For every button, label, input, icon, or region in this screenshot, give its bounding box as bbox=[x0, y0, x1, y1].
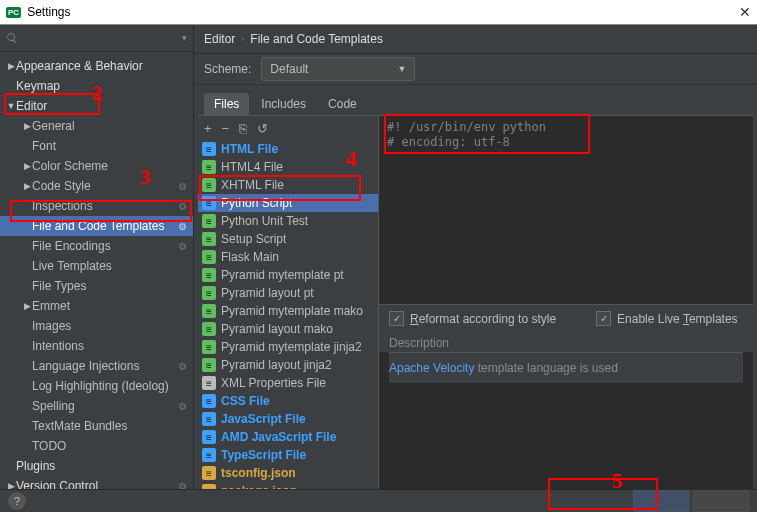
tree-item-todo[interactable]: TODO bbox=[0, 436, 193, 456]
template-name: XHTML File bbox=[221, 178, 284, 192]
template-item[interactable]: ≡XML Properties File bbox=[198, 374, 378, 392]
tree-arrow-icon: ▶ bbox=[6, 61, 16, 71]
template-item[interactable]: ≡HTML4 File bbox=[198, 158, 378, 176]
template-item[interactable]: ≡tsconfig.json bbox=[198, 464, 378, 482]
description-text: Apache Velocity template language is use… bbox=[389, 352, 743, 383]
tree-arrow-icon: ▶ bbox=[22, 181, 32, 191]
tab-includes[interactable]: Includes bbox=[251, 93, 316, 115]
tree-item-images[interactable]: Images bbox=[0, 316, 193, 336]
file-icon: ≡ bbox=[202, 214, 216, 228]
enable-live-templates-checkbox[interactable]: ✓ Enable Live Templates bbox=[596, 311, 738, 326]
file-icon: ≡ bbox=[202, 142, 216, 156]
tree-item-keymap[interactable]: Keymap bbox=[0, 76, 193, 96]
file-icon: ≡ bbox=[202, 232, 216, 246]
tree-item-file-encodings[interactable]: File Encodings⚙ bbox=[0, 236, 193, 256]
help-button[interactable]: ? bbox=[8, 492, 26, 510]
reformat-checkbox[interactable]: ✓ Reformat according to style bbox=[389, 311, 556, 326]
template-item[interactable]: ≡Pyramid mytemplate pt bbox=[198, 266, 378, 284]
window-title: Settings bbox=[27, 5, 70, 19]
tree-item-label: Emmet bbox=[32, 299, 187, 313]
tab-files[interactable]: Files bbox=[204, 93, 249, 115]
breadcrumb: Editor › File and Code Templates bbox=[194, 25, 757, 54]
cancel-button[interactable] bbox=[693, 490, 749, 512]
tree-item-live-templates[interactable]: Live Templates bbox=[0, 256, 193, 276]
file-icon: ≡ bbox=[202, 466, 216, 480]
file-icon: ≡ bbox=[202, 484, 216, 489]
template-name: JavaScript File bbox=[221, 412, 306, 426]
template-item[interactable]: ≡Pyramid mytemplate jinja2 bbox=[198, 338, 378, 356]
tree-item-general[interactable]: ▶General bbox=[0, 116, 193, 136]
file-icon: ≡ bbox=[202, 376, 216, 390]
template-item[interactable]: ≡package.json bbox=[198, 482, 378, 489]
tree-item-plugins[interactable]: Plugins bbox=[0, 456, 193, 476]
file-icon: ≡ bbox=[202, 160, 216, 174]
tree-item-code-style[interactable]: ▶Code Style⚙ bbox=[0, 176, 193, 196]
template-item[interactable]: ≡CSS File bbox=[198, 392, 378, 410]
tree-item-label: File Types bbox=[32, 279, 187, 293]
template-item[interactable]: ≡TypeScript File bbox=[198, 446, 378, 464]
tree-item-editor[interactable]: ▼Editor bbox=[0, 96, 193, 116]
gear-icon: ⚙ bbox=[178, 361, 187, 372]
search-input[interactable]: ▾ bbox=[0, 25, 193, 52]
template-name: AMD JavaScript File bbox=[221, 430, 336, 444]
template-item[interactable]: ≡AMD JavaScript File bbox=[198, 428, 378, 446]
template-item[interactable]: ≡Setup Script bbox=[198, 230, 378, 248]
tree-item-label: File and Code Templates bbox=[32, 219, 178, 233]
template-editor[interactable]: #! /usr/bin/env python # encoding: utf-8 bbox=[379, 116, 753, 304]
template-item[interactable]: ≡Flask Main bbox=[198, 248, 378, 266]
tab-code[interactable]: Code bbox=[318, 93, 367, 115]
tree-item-label: Intentions bbox=[32, 339, 187, 353]
tree-item-inspections[interactable]: Inspections⚙ bbox=[0, 196, 193, 216]
gear-icon: ⚙ bbox=[178, 201, 187, 212]
template-item[interactable]: ≡JavaScript File bbox=[198, 410, 378, 428]
file-icon: ≡ bbox=[202, 304, 216, 318]
template-item[interactable]: ≡Pyramid mytemplate mako bbox=[198, 302, 378, 320]
search-icon bbox=[6, 32, 18, 44]
scheme-combo[interactable]: Default ▼ bbox=[261, 57, 415, 81]
close-icon[interactable]: ✕ bbox=[739, 4, 751, 20]
copy-button[interactable]: ⎘ bbox=[239, 121, 247, 136]
tree-arrow-icon: ▶ bbox=[22, 301, 32, 311]
tree-item-version-control[interactable]: ▶Version Control⚙ bbox=[0, 476, 193, 489]
template-name: Flask Main bbox=[221, 250, 279, 264]
tree-item-emmet[interactable]: ▶Emmet bbox=[0, 296, 193, 316]
apache-velocity-link[interactable]: Apache Velocity bbox=[389, 361, 474, 375]
tree-item-label: Code Style bbox=[32, 179, 178, 193]
file-icon: ≡ bbox=[202, 322, 216, 336]
tree-item-label: Color Scheme bbox=[32, 159, 187, 173]
template-name: TypeScript File bbox=[221, 448, 306, 462]
tree-item-label: Images bbox=[32, 319, 187, 333]
breadcrumb-root[interactable]: Editor bbox=[204, 32, 235, 46]
template-item[interactable]: ≡Python Unit Test bbox=[198, 212, 378, 230]
remove-button[interactable]: − bbox=[222, 121, 230, 136]
template-item[interactable]: ≡Pyramid layout pt bbox=[198, 284, 378, 302]
tree-item-textmate-bundles[interactable]: TextMate Bundles bbox=[0, 416, 193, 436]
file-icon: ≡ bbox=[202, 448, 216, 462]
tree-item-file-types[interactable]: File Types bbox=[0, 276, 193, 296]
tree-item-intentions[interactable]: Intentions bbox=[0, 336, 193, 356]
template-name: Setup Script bbox=[221, 232, 286, 246]
tree-item-appearance-behavior[interactable]: ▶Appearance & Behavior bbox=[0, 56, 193, 76]
template-item[interactable]: ≡Python Script bbox=[198, 194, 378, 212]
template-name: XML Properties File bbox=[221, 376, 326, 390]
template-name: package.json bbox=[221, 484, 297, 489]
settings-sidebar: ▾ ▶Appearance & BehaviorKeymap▼Editor▶Ge… bbox=[0, 25, 194, 489]
ok-button[interactable] bbox=[633, 490, 689, 512]
tree-arrow-icon: ▶ bbox=[22, 121, 32, 131]
template-item[interactable]: ≡HTML File bbox=[198, 140, 378, 158]
tree-item-file-and-code-templates[interactable]: File and Code Templates⚙ bbox=[0, 216, 193, 236]
template-item[interactable]: ≡Pyramid layout jinja2 bbox=[198, 356, 378, 374]
template-name: Pyramid mytemplate pt bbox=[221, 268, 344, 282]
gear-icon: ⚙ bbox=[178, 181, 187, 192]
tree-item-label: General bbox=[32, 119, 187, 133]
template-item[interactable]: ≡XHTML File bbox=[198, 176, 378, 194]
template-item[interactable]: ≡Pyramid layout mako bbox=[198, 320, 378, 338]
undo-button[interactable]: ↺ bbox=[257, 121, 268, 136]
file-icon: ≡ bbox=[202, 340, 216, 354]
tree-item-font[interactable]: Font bbox=[0, 136, 193, 156]
tree-item-color-scheme[interactable]: ▶Color Scheme bbox=[0, 156, 193, 176]
tree-item-spelling[interactable]: Spelling⚙ bbox=[0, 396, 193, 416]
tree-item-language-injections[interactable]: Language Injections⚙ bbox=[0, 356, 193, 376]
add-button[interactable]: + bbox=[204, 121, 212, 136]
tree-item-log-highlighting-ideolog-[interactable]: Log Highlighting (Ideolog) bbox=[0, 376, 193, 396]
